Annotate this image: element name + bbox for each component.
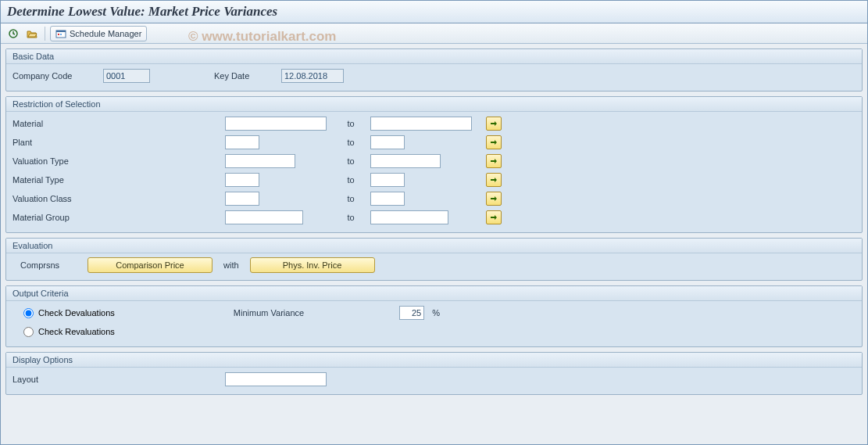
to-label-mattype: to: [339, 175, 363, 185]
check-revaluations-radio[interactable]: Check Revaluations: [20, 327, 115, 337]
group-legend-display: Display Options: [6, 353, 862, 368]
valuation-class-label: Valuation Class: [13, 194, 98, 203]
plant-from-input[interactable]: [225, 135, 259, 149]
key-date-label: Key Date: [214, 71, 277, 81]
minimum-variance-input[interactable]: [399, 306, 424, 320]
to-label-plant: to: [339, 138, 363, 147]
minimum-variance-label: Minimum Variance: [234, 308, 304, 318]
material-type-label: Material Type: [13, 175, 98, 185]
arrow-right-icon: [490, 195, 498, 203]
calendar-icon: [55, 29, 66, 38]
check-revaluations-label: Check Revaluations: [38, 327, 115, 336]
material-group-multi-select-button[interactable]: [486, 210, 502, 224]
material-from-input[interactable]: [225, 117, 327, 131]
material-to-input[interactable]: [370, 117, 472, 131]
group-legend-output: Output Criteria: [6, 286, 862, 301]
svg-rect-2: [56, 31, 66, 32]
group-legend-restriction: Restriction of Selection: [6, 97, 862, 112]
arrow-right-icon: [490, 138, 498, 146]
valuation-type-to-input[interactable]: [370, 154, 441, 168]
company-code-field[interactable]: [103, 69, 150, 83]
material-label: Material: [13, 119, 98, 128]
clock-execute-icon: [8, 28, 19, 39]
key-date-field[interactable]: [281, 69, 344, 83]
comprsns-label: Comprsns: [20, 260, 83, 270]
layout-input[interactable]: [225, 372, 327, 386]
group-basic-data: Basic Data Company Code Key Date: [5, 48, 863, 92]
arrow-right-icon: [490, 176, 498, 184]
company-code-label: Company Code: [13, 71, 98, 81]
group-restriction: Restriction of Selection Material to Pla…: [5, 96, 863, 233]
with-label: with: [217, 260, 245, 270]
plant-multi-select-button[interactable]: [486, 135, 502, 149]
check-revaluations-radio-input[interactable]: [23, 327, 34, 337]
percent-sign: %: [429, 308, 440, 318]
svg-rect-3: [58, 34, 59, 35]
group-output-criteria: Output Criteria Check Devaluations Minim…: [5, 285, 863, 347]
valuation-type-multi-select-button[interactable]: [486, 154, 502, 168]
material-type-multi-select-button[interactable]: [486, 173, 502, 187]
get-variant-button[interactable]: [24, 26, 40, 41]
schedule-manager-label: Schedule Manager: [70, 29, 141, 38]
execute-button[interactable]: [5, 26, 21, 41]
group-display-options: Display Options Layout: [5, 352, 863, 395]
comparison-price-button[interactable]: Comparison Price: [88, 257, 213, 273]
layout-label: Layout: [13, 375, 98, 384]
arrow-right-icon: [490, 157, 498, 165]
group-legend-basic-data: Basic Data: [6, 49, 862, 64]
check-devaluations-radio[interactable]: Check Devaluations: [20, 308, 115, 318]
toolbar: Schedule Manager: [1, 23, 867, 44]
plant-to-input[interactable]: [370, 135, 405, 149]
arrow-right-icon: [490, 120, 498, 127]
valuation-class-multi-select-button[interactable]: [486, 192, 502, 206]
folder-open-icon: [27, 28, 38, 39]
valuation-class-to-input[interactable]: [370, 192, 405, 206]
svg-rect-4: [60, 34, 62, 35]
material-group-from-input[interactable]: [225, 210, 303, 224]
phys-inv-price-button[interactable]: Phys. Inv. Price: [250, 257, 375, 273]
check-devaluations-label: Check Devaluations: [38, 308, 115, 318]
to-label: to: [339, 119, 363, 128]
to-label-valclass: to: [339, 194, 363, 203]
toolbar-divider: [45, 27, 45, 41]
material-type-from-input[interactable]: [225, 173, 259, 187]
check-devaluations-radio-input[interactable]: [23, 308, 34, 318]
material-group-to-input[interactable]: [370, 210, 448, 224]
valuation-type-from-input[interactable]: [225, 154, 295, 168]
plant-label: Plant: [13, 138, 98, 147]
valuation-type-label: Valuation Type: [13, 156, 98, 166]
material-group-label: Material Group: [13, 213, 98, 222]
app-window: Determine Lowest Value: Market Price Var…: [0, 0, 868, 445]
group-legend-evaluation: Evaluation: [6, 239, 862, 253]
to-label-matgroup: to: [339, 213, 363, 222]
schedule-manager-button[interactable]: Schedule Manager: [50, 26, 147, 41]
titlebar: Determine Lowest Value: Market Price Var…: [1, 1, 867, 23]
arrow-right-icon: [490, 214, 498, 221]
valuation-class-from-input[interactable]: [225, 192, 259, 206]
page-title: Determine Lowest Value: Market Price Var…: [7, 4, 277, 19]
to-label-valtype: to: [339, 156, 363, 166]
material-multi-select-button[interactable]: [486, 117, 502, 131]
material-type-to-input[interactable]: [370, 173, 405, 187]
content-area: Basic Data Company Code Key Date Restric…: [1, 44, 867, 404]
group-evaluation: Evaluation Comprsns Comparison Price wit…: [5, 238, 863, 281]
